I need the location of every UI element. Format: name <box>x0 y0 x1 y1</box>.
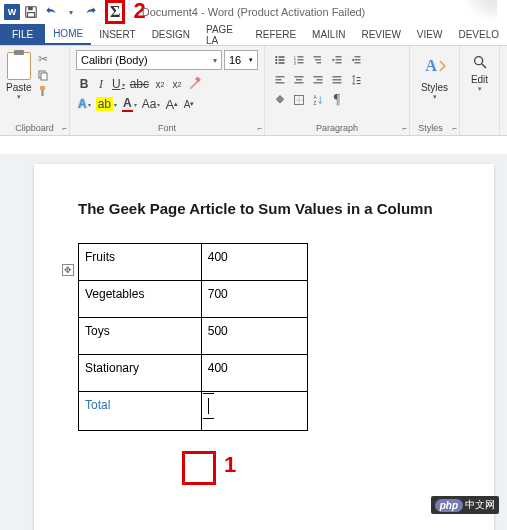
underline-button[interactable]: U▾ <box>110 75 127 93</box>
font-dialog-launcher[interactable]: ⌐ <box>257 124 262 133</box>
font-name-combo[interactable]: Calibri (Body) ▾ <box>76 50 222 70</box>
sort-button[interactable]: AZ <box>309 91 327 109</box>
paragraph-dialog-launcher[interactable]: ⌐ <box>402 124 407 133</box>
table-cell[interactable]: Vegetables <box>79 281 202 318</box>
format-painter-icon[interactable] <box>36 84 50 98</box>
styles-dropdown-icon[interactable]: ▾ <box>433 93 437 101</box>
paste-button[interactable]: Paste ▾ <box>6 50 32 101</box>
justify-button[interactable] <box>328 71 346 89</box>
text-cursor <box>208 398 209 414</box>
svg-rect-28 <box>355 62 361 63</box>
title-bar: W ▾ Σ 2 Document4 - Word (Product Activa… <box>0 0 507 24</box>
document-table[interactable]: Fruits400 Vegetables700 Toys500 Stationa… <box>78 243 308 431</box>
cut-icon[interactable]: ✂ <box>36 52 50 66</box>
svg-text:3: 3 <box>294 62 296 66</box>
document-heading[interactable]: The Geek Page Article to Sum Values in a… <box>78 200 470 217</box>
styles-button[interactable]: A <box>421 52 449 80</box>
document-page[interactable]: The Geek Page Article to Sum Values in a… <box>34 164 494 530</box>
paste-dropdown-icon[interactable]: ▾ <box>17 93 21 101</box>
total-value-cell[interactable] <box>201 392 307 431</box>
align-center-button[interactable] <box>290 71 308 89</box>
svg-rect-13 <box>279 62 285 64</box>
table-cell[interactable]: 700 <box>201 281 307 318</box>
shading-button[interactable] <box>271 91 289 109</box>
grow-font-button[interactable]: A▴ <box>163 95 180 113</box>
align-left-button[interactable] <box>271 71 289 89</box>
group-styles: A Styles ▾ Styles ⌐ <box>410 46 460 135</box>
superscript-button[interactable]: x2 <box>169 75 185 93</box>
borders-button[interactable] <box>290 91 308 109</box>
tab-file[interactable]: FILE <box>0 24 45 45</box>
undo-icon[interactable] <box>42 3 60 21</box>
table-move-handle[interactable]: ✥ <box>62 264 74 276</box>
save-icon[interactable] <box>22 3 40 21</box>
change-case-button[interactable]: Aa▾ <box>140 95 163 113</box>
table-cell[interactable]: Fruits <box>79 244 202 281</box>
tab-mailings[interactable]: MAILIN <box>304 24 353 45</box>
tab-design[interactable]: DESIGN <box>144 24 198 45</box>
svg-point-8 <box>275 56 277 58</box>
numbering-button[interactable]: 123 <box>290 51 308 69</box>
table-cell[interactable]: Stationary <box>79 355 202 392</box>
tab-page-layout[interactable]: PAGE LA <box>198 24 248 45</box>
align-right-button[interactable] <box>309 71 327 89</box>
text-effects-button[interactable]: A▾ <box>76 95 93 113</box>
watermark-badge: php 中文网 <box>431 496 499 514</box>
watermark-text: 中文网 <box>465 498 495 512</box>
find-icon[interactable] <box>470 52 490 72</box>
svg-rect-21 <box>315 59 321 60</box>
clipboard-group-label: Clipboard <box>0 123 69 133</box>
annotation-box-1 <box>182 451 216 485</box>
paste-icon <box>7 52 31 80</box>
editing-dropdown-icon[interactable]: ▾ <box>478 85 482 93</box>
clear-formatting-button[interactable] <box>186 75 204 93</box>
bullets-button[interactable] <box>271 51 289 69</box>
svg-text:A: A <box>314 95 317 100</box>
bold-button[interactable]: B <box>76 75 92 93</box>
group-editing: Edit ▾ <box>460 46 500 135</box>
italic-button[interactable]: I <box>93 75 109 93</box>
tab-references[interactable]: REFERE <box>248 24 305 45</box>
tab-insert[interactable]: INSERT <box>91 24 144 45</box>
autosum-button[interactable]: Σ <box>105 0 125 24</box>
tab-home[interactable]: HOME <box>45 24 91 45</box>
table-cell[interactable]: 400 <box>201 244 307 281</box>
font-color-button[interactable]: A▾ <box>120 95 139 113</box>
clipboard-dialog-launcher[interactable]: ⌐ <box>62 124 67 133</box>
svg-rect-32 <box>295 76 304 77</box>
copy-icon[interactable] <box>36 68 50 82</box>
total-label-cell[interactable]: Total <box>79 392 202 431</box>
table-row: Fruits400 <box>79 244 308 281</box>
svg-rect-33 <box>296 79 302 80</box>
svg-rect-24 <box>336 59 342 60</box>
table-cell[interactable]: 400 <box>201 355 307 392</box>
svg-rect-6 <box>41 90 43 96</box>
svg-rect-27 <box>355 59 361 60</box>
quick-access-toolbar: W ▾ Σ 2 <box>4 0 146 24</box>
svg-rect-22 <box>317 62 322 63</box>
svg-rect-31 <box>276 82 285 83</box>
table-cell[interactable]: 500 <box>201 318 307 355</box>
svg-rect-4 <box>41 73 47 80</box>
undo-dropdown-icon[interactable]: ▾ <box>62 3 80 21</box>
table-cell[interactable]: Toys <box>79 318 202 355</box>
svg-rect-11 <box>279 59 285 61</box>
subscript-button[interactable]: x2 <box>152 75 168 93</box>
svg-rect-5 <box>40 86 45 90</box>
styles-dialog-launcher[interactable]: ⌐ <box>452 124 457 133</box>
multilevel-list-button[interactable] <box>309 51 327 69</box>
show-hide-button[interactable]: ¶ <box>328 91 346 109</box>
increase-indent-button[interactable] <box>347 51 365 69</box>
decrease-indent-button[interactable] <box>328 51 346 69</box>
font-size-combo[interactable]: 16 ▾ <box>224 50 258 70</box>
tab-developer[interactable]: DEVELO <box>450 24 507 45</box>
highlight-button[interactable]: ab▾ <box>94 95 119 113</box>
line-spacing-button[interactable] <box>347 71 365 89</box>
strikethrough-button[interactable]: abc <box>128 75 151 93</box>
tab-review[interactable]: REVIEW <box>353 24 408 45</box>
svg-rect-7 <box>195 77 201 82</box>
decorative-swoosh <box>457 0 497 26</box>
redo-icon[interactable] <box>82 3 100 21</box>
shrink-font-button[interactable]: A▾ <box>181 95 197 113</box>
tab-view[interactable]: VIEW <box>409 24 451 45</box>
